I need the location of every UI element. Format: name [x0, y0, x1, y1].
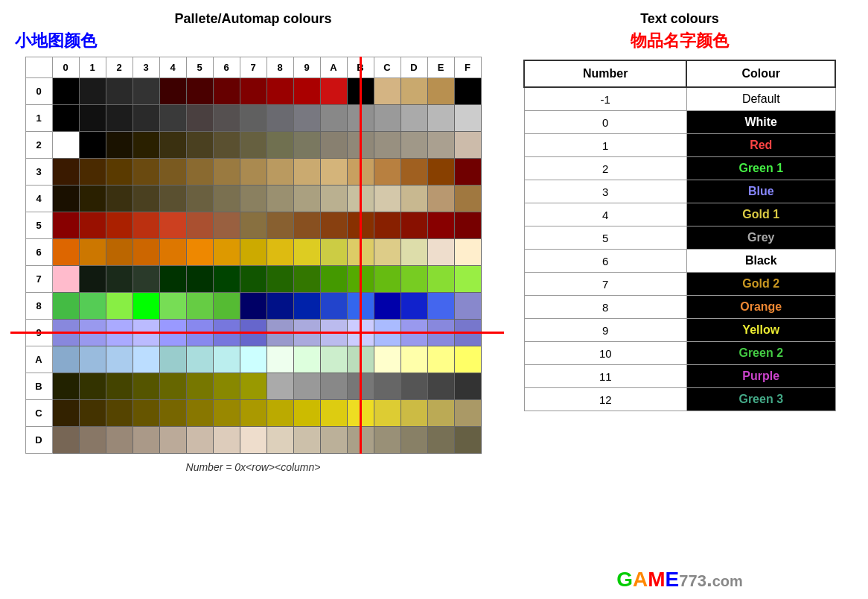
palette-cell	[401, 373, 427, 400]
palette-cell	[240, 186, 267, 212]
palette-cell	[320, 346, 347, 373]
palette-col-header: F	[454, 57, 481, 78]
palette-cell	[106, 105, 133, 132]
palette-cell	[293, 159, 320, 186]
palette-cell	[213, 239, 240, 266]
palette-cell	[293, 186, 320, 212]
palette-title: Pallete/Automap colours	[174, 11, 331, 27]
color-table-row: 9 Yellow	[524, 319, 835, 342]
palette-cell	[267, 293, 293, 320]
palette-col-header: 0	[52, 57, 79, 78]
palette-cell	[133, 239, 159, 266]
chinese-title-right: 物品名字颜色	[631, 30, 729, 52]
palette-cell	[52, 105, 79, 132]
palette-cell	[427, 373, 454, 400]
color-number-cell: 3	[524, 180, 686, 203]
color-table-row: 4 Gold 1	[524, 203, 835, 226]
palette-cell	[427, 346, 454, 373]
palette-cell	[159, 159, 186, 186]
logo-dot: .	[706, 568, 712, 591]
palette-col-header: 5	[186, 57, 213, 78]
palette-cell	[186, 427, 213, 454]
palette-cell	[401, 346, 427, 373]
palette-cell	[374, 239, 401, 266]
palette-cell	[454, 159, 481, 186]
palette-cell	[159, 400, 186, 427]
logo-a: A	[633, 568, 648, 591]
palette-cell	[213, 373, 240, 400]
palette-cell	[186, 346, 213, 373]
palette-cell	[454, 293, 481, 320]
palette-cell	[374, 186, 401, 212]
palette-cell	[79, 400, 106, 427]
palette-cell	[133, 373, 159, 400]
palette-row-header: A	[25, 346, 52, 373]
palette-cell	[52, 212, 79, 239]
palette-cell	[106, 132, 133, 159]
palette-cell	[427, 186, 454, 212]
color-label-cell: Orange	[686, 296, 835, 319]
palette-wrapper: 0123456789ABCDEF0123456789ABCD	[25, 57, 482, 454]
palette-cell	[213, 212, 240, 239]
palette-cell	[401, 159, 427, 186]
palette-cell	[374, 212, 401, 239]
palette-cell	[106, 427, 133, 454]
palette-cell	[213, 293, 240, 320]
palette-cell	[401, 212, 427, 239]
palette-cell	[159, 132, 186, 159]
palette-cell	[186, 400, 213, 427]
palette-cell	[133, 346, 159, 373]
color-label-cell: Green 3	[686, 388, 835, 411]
palette-cell	[52, 78, 79, 105]
palette-cell	[133, 400, 159, 427]
palette-cell	[427, 212, 454, 239]
color-table-row: 7 Gold 2	[524, 273, 835, 296]
palette-cell	[374, 266, 401, 293]
palette-cell	[186, 159, 213, 186]
palette-cell	[213, 132, 240, 159]
palette-cell	[320, 239, 347, 266]
palette-cell	[186, 105, 213, 132]
palette-cell	[240, 346, 267, 373]
palette-cell	[159, 266, 186, 293]
chinese-title-left: 小地图颜色	[15, 30, 97, 52]
palette-cell	[133, 293, 159, 320]
palette-cell	[374, 105, 401, 132]
logo-g: G	[616, 568, 633, 591]
palette-cell	[159, 427, 186, 454]
palette-cell	[320, 78, 347, 105]
red-hline	[10, 332, 504, 334]
palette-cell	[401, 293, 427, 320]
palette-cell	[293, 105, 320, 132]
palette-cell	[427, 159, 454, 186]
palette-cell	[186, 373, 213, 400]
palette-col-header: 4	[159, 57, 186, 78]
color-label-cell: Grey	[686, 226, 835, 250]
palette-corner-header	[25, 57, 52, 78]
palette-cell	[454, 346, 481, 373]
palette-cell	[427, 239, 454, 266]
palette-row-header: 4	[25, 186, 52, 212]
palette-cell	[52, 373, 79, 400]
palette-cell	[374, 78, 401, 105]
color-number-cell: 12	[524, 388, 686, 411]
palette-col-header: D	[401, 57, 427, 78]
palette-row-header: C	[25, 400, 52, 427]
palette-cell	[401, 427, 427, 454]
palette-cell	[267, 159, 293, 186]
palette-cell	[240, 373, 267, 400]
palette-cell	[320, 186, 347, 212]
palette-cell	[320, 400, 347, 427]
palette-cell	[267, 212, 293, 239]
palette-col-header: 8	[267, 57, 293, 78]
palette-cell	[293, 293, 320, 320]
palette-cell	[213, 346, 240, 373]
palette-cell	[454, 78, 481, 105]
color-label-cell: Red	[686, 134, 835, 157]
palette-cell	[267, 132, 293, 159]
palette-cell	[320, 159, 347, 186]
palette-cell	[106, 293, 133, 320]
palette-cell	[79, 427, 106, 454]
color-number-cell: 4	[524, 203, 686, 226]
palette-cell	[427, 78, 454, 105]
